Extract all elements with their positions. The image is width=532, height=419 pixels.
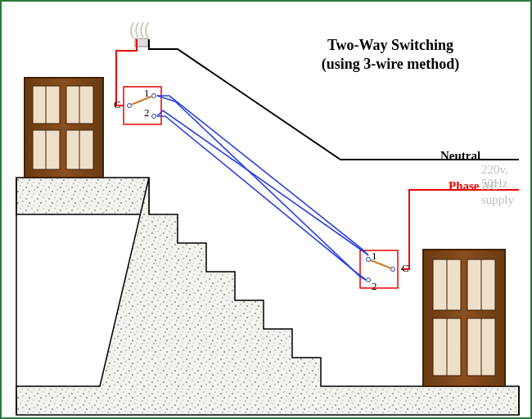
diagram-frame: { "title_line1": "Two-Way Switching", "t… <box>0 0 532 419</box>
door-bottom <box>423 250 505 386</box>
s1-label-c: C <box>114 98 121 111</box>
label-phase: Phase <box>449 179 480 193</box>
svg-point-33 <box>367 258 371 262</box>
s1-label-2: 2 <box>144 106 150 119</box>
s2-label-2: 2 <box>372 280 377 293</box>
switch-s1 <box>124 87 161 124</box>
title-line2: (using 3-wire method) <box>322 56 460 72</box>
svg-point-28 <box>152 94 156 98</box>
diagram-title: Two-Way Switching (using 3-wire method) <box>276 36 505 73</box>
door-top <box>25 78 103 178</box>
s2-label-c: C <box>402 262 409 275</box>
s1-label-1: 1 <box>144 87 150 100</box>
s2-label-1: 1 <box>372 250 377 263</box>
title-line1: Two-Way Switching <box>327 37 453 53</box>
svg-point-29 <box>152 115 156 119</box>
svg-point-34 <box>367 278 371 282</box>
lamp-icon <box>131 23 148 47</box>
label-neutral: Neutral <box>440 149 480 163</box>
top-landing <box>16 178 149 214</box>
switch-s2 <box>360 250 398 288</box>
label-supply-type: AC supply <box>481 179 530 207</box>
